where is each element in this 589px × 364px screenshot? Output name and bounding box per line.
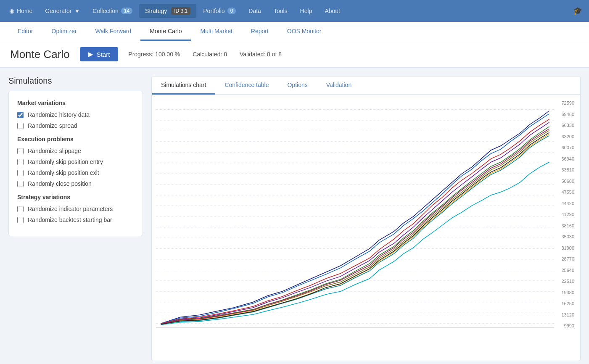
tab-optimizer[interactable]: Optimizer <box>42 23 86 41</box>
randomize-slippage-item[interactable]: Randomize slippage <box>17 148 134 154</box>
tab-simulations-chart[interactable]: Simulations chart <box>152 76 215 95</box>
tab-validation[interactable]: Validation <box>317 76 361 95</box>
y-label-9990: 9990 <box>564 323 574 328</box>
portfolio-badge: 0 <box>227 8 236 14</box>
y-label-19380: 19380 <box>561 290 574 295</box>
tab-options[interactable]: Options <box>278 76 317 95</box>
randomize-backtest-item[interactable]: Randomize backtest starting bar <box>17 216 134 223</box>
close-position-checkbox[interactable] <box>17 181 24 187</box>
nav-strategy[interactable]: Strategy ID 3.1 <box>139 4 196 18</box>
page-title: Monte Carlo <box>10 48 70 61</box>
calculated-stat: Calculated: 8 <box>193 51 227 58</box>
tab-report[interactable]: Report <box>242 23 278 41</box>
skip-entry-checkbox[interactable] <box>17 159 24 165</box>
header-stats: Progress: 100.00 % Calculated: 8 Validat… <box>128 51 282 58</box>
tab-oos-monitor[interactable]: OOS Monitor <box>278 23 331 41</box>
chart-container: .grid-line { stroke: #dde3ee; stroke-wid… <box>156 99 576 330</box>
collection-badge: 14 <box>121 8 132 14</box>
nav-home[interactable]: ◉ Home <box>3 4 38 18</box>
page-header: Monte Carlo ▶ Start Progress: 100.00 % C… <box>0 41 589 68</box>
randomize-indicator-label: Randomize indicator parameters <box>28 206 113 212</box>
simulations-panel: Simulations Market variations Randomize … <box>8 76 143 361</box>
y-label-28770: 28770 <box>561 256 574 261</box>
y-label-50680: 50680 <box>561 179 574 184</box>
y-label-66330: 66330 <box>561 123 574 128</box>
y-label-60070: 60070 <box>561 145 574 150</box>
strategy-variations-title: Strategy variations <box>17 194 134 200</box>
randomize-history-item[interactable]: Randomize history data <box>17 111 134 118</box>
y-label-22510: 22510 <box>561 279 574 284</box>
y-label-35030: 35030 <box>561 234 574 239</box>
y-label-63200: 63200 <box>561 134 574 139</box>
skip-exit-label: Randomly skip position exit <box>28 169 99 176</box>
nav-about[interactable]: About <box>319 4 346 18</box>
y-label-41290: 41290 <box>561 212 574 217</box>
y-axis: 72590 69460 66330 63200 60070 56940 5381… <box>554 99 576 330</box>
chart-tabs: Simulations chart Confidence table Optio… <box>152 76 580 95</box>
randomize-indicator-item[interactable]: Randomize indicator parameters <box>17 206 134 212</box>
simulations-chart-svg: .grid-line { stroke: #dde3ee; stroke-wid… <box>156 99 554 330</box>
y-label-72590: 72590 <box>561 100 574 106</box>
simulations-title: Simulations <box>8 76 143 86</box>
tab-confidence-table[interactable]: Confidence table <box>215 76 278 95</box>
start-button[interactable]: ▶ Start <box>80 47 119 61</box>
y-label-56940: 56940 <box>561 156 574 161</box>
y-label-16250: 16250 <box>561 301 574 306</box>
chart-area: .grid-line { stroke: #dde3ee; stroke-wid… <box>152 95 580 334</box>
chart-panel: Simulations chart Confidence table Optio… <box>151 76 581 361</box>
y-label-38160: 38160 <box>561 223 574 228</box>
progress-stat: Progress: 100.00 % <box>128 51 180 58</box>
nav-tools[interactable]: Tools <box>268 4 293 18</box>
nav-help[interactable]: Help <box>294 4 318 18</box>
play-icon: ▶ <box>88 50 93 58</box>
market-variations-title: Market variations <box>17 100 134 106</box>
nav-data[interactable]: Data <box>243 4 267 18</box>
skip-exit-checkbox[interactable] <box>17 170 24 176</box>
randomize-history-label: Randomize history data <box>28 111 90 118</box>
tab-monte-carlo[interactable]: Monte Carlo <box>140 23 191 41</box>
randomize-backtest-label: Randomize backtest starting bar <box>28 216 112 223</box>
y-label-53810: 53810 <box>561 167 574 172</box>
nav-portfolio[interactable]: Portfolio 0 <box>197 4 242 18</box>
home-circle-icon: ◉ <box>9 8 14 14</box>
simulations-card: Market variations Randomize history data… <box>8 91 143 236</box>
skip-entry-item[interactable]: Randomly skip position entry <box>17 158 134 165</box>
top-nav: ◉ Home Generator ▼ Collection 14 Strateg… <box>0 0 589 22</box>
strategy-id-badge: ID 3.1 <box>171 7 190 15</box>
randomize-slippage-checkbox[interactable] <box>17 148 24 154</box>
close-position-item[interactable]: Randomly close position <box>17 180 134 187</box>
y-label-44420: 44420 <box>561 201 574 206</box>
nav-generator[interactable]: Generator ▼ <box>39 4 86 18</box>
chart-svg-area: .grid-line { stroke: #dde3ee; stroke-wid… <box>156 99 554 330</box>
y-label-69460: 69460 <box>561 112 574 117</box>
nav-collection[interactable]: Collection 14 <box>87 4 138 18</box>
tab-editor[interactable]: Editor <box>8 23 42 41</box>
randomize-spread-checkbox[interactable] <box>17 123 24 129</box>
tab-multi-market[interactable]: Multi Market <box>191 23 242 41</box>
randomize-history-checkbox[interactable] <box>17 112 24 118</box>
randomize-spread-item[interactable]: Randomize spread <box>17 122 134 129</box>
graduation-icon[interactable]: 🎓 <box>570 3 586 19</box>
close-position-label: Randomly close position <box>28 180 92 187</box>
execution-problems-title: Execution problems <box>17 136 134 142</box>
main-content: Simulations Market variations Randomize … <box>0 68 589 364</box>
y-label-13120: 13120 <box>561 312 574 317</box>
y-label-25640: 25640 <box>561 268 574 273</box>
skip-exit-item[interactable]: Randomly skip position exit <box>17 169 134 176</box>
y-label-31900: 31900 <box>561 245 574 251</box>
skip-entry-label: Randomly skip position entry <box>28 158 103 165</box>
chevron-down-icon: ▼ <box>74 8 80 14</box>
sub-nav: Editor Optimizer Walk Forward Monte Carl… <box>0 22 589 41</box>
tab-walk-forward[interactable]: Walk Forward <box>86 23 140 41</box>
validated-stat: Validated: 8 of 8 <box>240 51 282 58</box>
randomize-backtest-checkbox[interactable] <box>17 217 24 223</box>
randomize-indicator-checkbox[interactable] <box>17 206 24 212</box>
y-label-47550: 47550 <box>561 190 574 195</box>
randomize-slippage-label: Randomize slippage <box>28 148 81 154</box>
randomize-spread-label: Randomize spread <box>28 122 77 129</box>
